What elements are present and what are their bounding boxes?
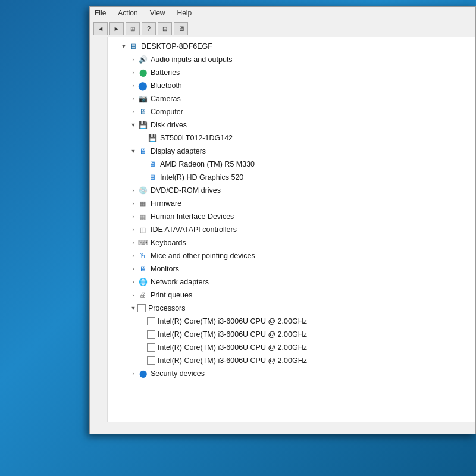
- bluetooth-icon: ⬤: [137, 81, 148, 90]
- tree-item-computer[interactable]: › 🖥 Computer: [108, 105, 475, 118]
- menu-action[interactable]: Action: [115, 8, 140, 18]
- audio-expand-icon: ›: [129, 55, 137, 64]
- root-label: DESKTOP-8DF6EGF: [141, 41, 212, 52]
- bluetooth-expand-icon: ›: [129, 82, 137, 90]
- menu-view[interactable]: View: [148, 8, 168, 18]
- cpu4-label: Intel(R) Core(TM) i3-6006U CPU @ 2.00GHz: [158, 355, 307, 366]
- cpu4-expand-icon: [139, 356, 147, 365]
- tree-item-displayadp[interactable]: ▼ 🖥 Display adapters: [108, 145, 475, 158]
- intel520-expand-icon: [139, 173, 147, 181]
- tree-item-processors[interactable]: ▼ Processors: [108, 302, 475, 315]
- computer-label: Computer: [151, 107, 183, 117]
- firmware-expand-icon: ›: [129, 199, 137, 208]
- cpu1-icon: [147, 317, 155, 325]
- tree-item-network[interactable]: › 🌐 Network adapters: [108, 275, 475, 289]
- menu-help[interactable]: Help: [175, 8, 195, 18]
- ide-expand-icon: ›: [129, 226, 137, 234]
- st500-icon: 💾: [147, 133, 158, 143]
- tree-item-ide[interactable]: › ◫ IDE ATA/ATAPI controllers: [108, 223, 475, 236]
- mice-expand-icon: ›: [129, 252, 137, 260]
- amd-icon: 🖥: [147, 159, 158, 169]
- root-node[interactable]: ▼ 🖥 DESKTOP-8DF6EGF: [108, 40, 475, 53]
- cpu3-icon: [147, 343, 155, 352]
- toolbar: ◄ ► ⊞ ? ⊟ 🖥: [90, 20, 475, 37]
- menu-file[interactable]: File: [92, 8, 108, 18]
- tree-item-cpu2[interactable]: Intel(R) Core(TM) i3-6006U CPU @ 2.00GHz: [108, 328, 475, 341]
- cpu4-icon: [147, 356, 155, 365]
- batteries-icon: ⬤: [137, 68, 148, 77]
- menubar: File Action View Help: [90, 7, 475, 20]
- network-label: Network adapters: [151, 277, 209, 287]
- print-label: Print queues: [151, 290, 192, 300]
- tree-item-mice[interactable]: › 🖱 Mice and other pointing devices: [108, 249, 475, 262]
- hid-expand-icon: ›: [129, 212, 137, 221]
- diskdrives-expand-icon: ▼: [129, 121, 137, 129]
- computer-expand-icon: ›: [129, 108, 137, 116]
- cpu2-expand-icon: [139, 330, 147, 339]
- hid-label: Human Interface Devices: [151, 211, 234, 222]
- amd-label: AMD Radeon (TM) R5 M330: [160, 159, 255, 170]
- toolbar-btn-3[interactable]: ⊞: [126, 22, 140, 35]
- tree-item-cpu3[interactable]: Intel(R) Core(TM) i3-6006U CPU @ 2.00GHz: [108, 341, 475, 354]
- tree-item-firmware[interactable]: › ▦ Firmware: [108, 197, 475, 210]
- dvd-label: DVD/CD-ROM drives: [151, 185, 221, 196]
- root-expand-icon: ▼: [120, 42, 128, 51]
- cpu1-label: Intel(R) Core(TM) i3-6006U CPU @ 2.00GHz: [158, 316, 307, 327]
- monitor-button[interactable]: 🖥: [174, 22, 188, 35]
- root-icon: 🖥: [128, 42, 139, 51]
- tree-item-security[interactable]: › ⬤ Security devices: [108, 367, 475, 380]
- amd-expand-icon: [139, 160, 147, 168]
- computer-icon: 🖥: [137, 107, 148, 117]
- tree-item-cpu4[interactable]: Intel(R) Core(TM) i3-6006U CPU @ 2.00GHz: [108, 354, 475, 367]
- processors-expand-icon: ▼: [129, 304, 137, 312]
- intel520-icon: 🖥: [147, 173, 158, 182]
- batteries-label: Batteries: [151, 67, 180, 78]
- cpu3-label: Intel(R) Core(TM) i3-6006U CPU @ 2.00GHz: [158, 342, 307, 353]
- monitors-icon: 🖥: [137, 264, 148, 274]
- screen-background: File Action View Help ◄ ► ⊞ ? ⊟ 🖥 ▼ 🖥 DE…: [0, 0, 476, 476]
- security-expand-icon: ›: [129, 369, 137, 378]
- tree-item-print[interactable]: › 🖨 Print queues: [108, 289, 475, 302]
- hid-icon: ▦: [137, 212, 148, 221]
- tree-item-diskdrives[interactable]: ▼ 💾 Disk drives: [108, 118, 475, 131]
- statusbar: [90, 422, 475, 434]
- security-icon: ⬤: [137, 369, 148, 378]
- print-icon: 🖨: [137, 290, 148, 300]
- diskdrives-label: Disk drives: [151, 120, 187, 130]
- tree-item-dvd[interactable]: › 💿 DVD/CD-ROM drives: [108, 184, 475, 197]
- tree-item-monitors[interactable]: › 🖥 Monitors: [108, 262, 475, 275]
- device-tree[interactable]: ▼ 🖥 DESKTOP-8DF6EGF › 🔊 Audio inputs and…: [108, 37, 475, 422]
- toolbar-btn-5[interactable]: ⊟: [158, 22, 172, 35]
- firmware-label: Firmware: [151, 198, 181, 209]
- tree-item-batteries[interactable]: › ⬤ Batteries: [108, 66, 475, 79]
- tree-item-audio[interactable]: › 🔊 Audio inputs and outputs: [108, 53, 475, 66]
- security-label: Security devices: [151, 368, 205, 379]
- device-manager-window: File Action View Help ◄ ► ⊞ ? ⊟ 🖥 ▼ 🖥 DE…: [89, 6, 476, 434]
- tree-item-bluetooth[interactable]: › ⬤ Bluetooth: [108, 79, 475, 92]
- tree-item-cameras[interactable]: › 📷 Cameras: [108, 92, 475, 105]
- cameras-icon: 📷: [137, 94, 148, 104]
- mice-label: Mice and other pointing devices: [151, 250, 255, 261]
- monitors-label: Monitors: [151, 264, 179, 274]
- tree-item-hid[interactable]: › ▦ Human Interface Devices: [108, 210, 475, 223]
- monitors-expand-icon: ›: [129, 265, 137, 273]
- cpu3-expand-icon: [139, 343, 147, 352]
- help-button[interactable]: ?: [142, 22, 156, 35]
- cpu2-label: Intel(R) Core(TM) i3-6006U CPU @ 2.00GHz: [158, 329, 307, 340]
- audio-icon: 🔊: [137, 55, 148, 64]
- network-icon: 🌐: [137, 277, 148, 287]
- intel520-label: Intel(R) HD Graphics 520: [160, 172, 243, 183]
- keyboards-icon: ⌨: [137, 238, 148, 248]
- firmware-icon: ▦: [137, 199, 148, 208]
- left-panel: [90, 37, 108, 422]
- ide-label: IDE ATA/ATAPI controllers: [151, 224, 237, 235]
- displayadp-expand-icon: ▼: [129, 147, 137, 155]
- back-button[interactable]: ◄: [93, 22, 108, 35]
- tree-item-keyboards[interactable]: › ⌨ Keyboards: [108, 236, 475, 249]
- tree-item-amd[interactable]: 🖥 AMD Radeon (TM) R5 M330: [108, 158, 475, 171]
- tree-item-st500[interactable]: 💾 ST500LT012-1DG142: [108, 131, 475, 145]
- forward-button[interactable]: ►: [109, 22, 124, 35]
- diskdrives-icon: 💾: [137, 120, 148, 130]
- tree-item-cpu1[interactable]: Intel(R) Core(TM) i3-6006U CPU @ 2.00GHz: [108, 315, 475, 328]
- tree-item-intel520[interactable]: 🖥 Intel(R) HD Graphics 520: [108, 171, 475, 184]
